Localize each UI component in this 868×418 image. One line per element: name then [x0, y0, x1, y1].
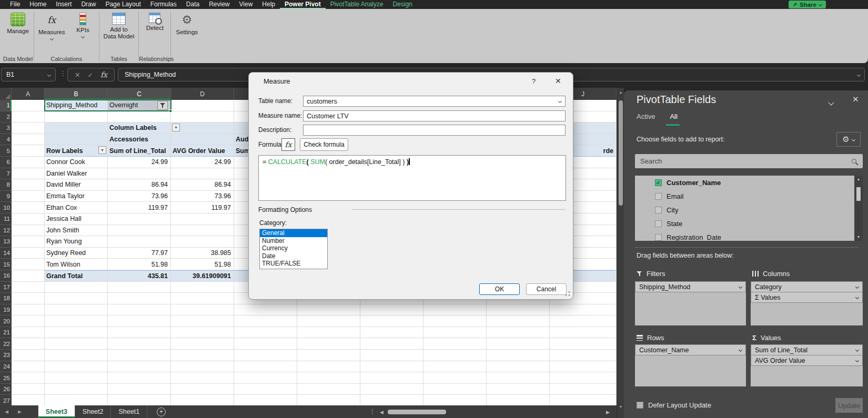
row-header-15[interactable]: 15: [0, 259, 12, 270]
cell[interactable]: [12, 225, 45, 237]
cell[interactable]: [108, 327, 171, 339]
row-header-7[interactable]: 7: [0, 168, 12, 180]
cell[interactable]: [171, 282, 234, 293]
cell-B9[interactable]: Emma Taylor: [45, 191, 108, 202]
cell[interactable]: [360, 315, 423, 327]
menu-tab-review[interactable]: Review: [204, 0, 234, 9]
menu-tab-design[interactable]: Design: [388, 0, 417, 9]
filters-area-box[interactable]: Shipping_Method: [635, 281, 746, 325]
cell[interactable]: [12, 372, 45, 384]
cell[interactable]: [171, 327, 234, 339]
cell[interactable]: [487, 327, 550, 339]
cell[interactable]: [12, 202, 45, 213]
cell[interactable]: [171, 168, 234, 180]
row-header-25[interactable]: 25: [0, 372, 12, 384]
cell[interactable]: [171, 372, 234, 384]
row-header-11[interactable]: 11: [0, 213, 12, 225]
category-option-number[interactable]: Number: [260, 237, 327, 245]
field-list-scrollbar-thumb[interactable]: [856, 187, 861, 201]
table-name-input[interactable]: customers: [303, 96, 566, 107]
row-header-14[interactable]: 14: [0, 248, 12, 259]
close-icon[interactable]: ✕: [852, 95, 859, 104]
cell[interactable]: [12, 350, 45, 361]
field-chip-shipping-method[interactable]: Shipping_Method: [635, 281, 746, 292]
cancel-button[interactable]: Cancel: [526, 283, 567, 295]
cell[interactable]: [171, 134, 234, 146]
cell[interactable]: [108, 111, 171, 123]
cell[interactable]: [171, 225, 234, 237]
cell-B10[interactable]: Ethan Cox: [45, 202, 108, 213]
column-header-b[interactable]: B: [45, 88, 108, 100]
defer-layout-checkbox[interactable]: [637, 402, 643, 409]
cell[interactable]: [297, 350, 360, 361]
row-header-10[interactable]: 10: [0, 202, 12, 213]
cell[interactable]: [423, 372, 487, 384]
cell[interactable]: [171, 384, 234, 395]
cell[interactable]: [12, 293, 45, 304]
cell[interactable]: [171, 395, 234, 406]
cell[interactable]: [108, 361, 171, 373]
cell[interactable]: [360, 361, 423, 373]
menu-tab-pivottable-analyze[interactable]: PivotTable Analyze: [326, 0, 388, 9]
field-item-city[interactable]: City: [655, 204, 678, 216]
row-header-21[interactable]: 21: [0, 327, 12, 339]
field-item-registration-date[interactable]: Registration_Date: [655, 231, 721, 241]
cell[interactable]: [171, 315, 234, 327]
row-header-13[interactable]: 13: [0, 236, 12, 248]
row-header-9[interactable]: 9: [0, 191, 12, 202]
cell[interactable]: [108, 338, 171, 350]
cell[interactable]: [171, 100, 234, 111]
unchecked-checkbox[interactable]: [655, 207, 662, 213]
cell[interactable]: [550, 338, 617, 350]
cell-D15[interactable]: 51.98: [171, 259, 234, 270]
field-item-email[interactable]: Email: [655, 190, 684, 202]
vertical-scrollbar[interactable]: ▲ ▼: [617, 88, 624, 418]
tab-splitter-handle[interactable]: ⋮: [369, 408, 376, 415]
cell-B12[interactable]: John Smith: [45, 225, 108, 237]
cell-C8[interactable]: 86.94: [108, 179, 171, 191]
row-header-12[interactable]: 12: [0, 225, 12, 237]
menu-tab-draw[interactable]: Draw: [76, 0, 100, 9]
cell[interactable]: [12, 145, 45, 157]
cell-C9[interactable]: 73.96: [108, 191, 171, 202]
close-icon[interactable]: ✕: [555, 77, 561, 85]
settings-button[interactable]: ⚙Settings: [175, 13, 198, 36]
cell[interactable]: [45, 350, 108, 361]
menu-tab-page-layout[interactable]: Page Layout: [100, 0, 145, 9]
detect-button[interactable]: Detect: [143, 13, 166, 32]
cell[interactable]: [45, 282, 108, 293]
cell[interactable]: [45, 111, 108, 123]
filter-funnel-button[interactable]: [157, 101, 168, 110]
formula-bar-handle[interactable]: ⋮: [59, 69, 66, 77]
cell[interactable]: [360, 304, 423, 316]
cell-C14[interactable]: 77.97: [108, 248, 171, 259]
cell[interactable]: [12, 304, 45, 316]
cancel-entry-icon[interactable]: ✕: [75, 71, 80, 79]
cell[interactable]: [297, 315, 360, 327]
resize-grip[interactable]: [564, 291, 570, 297]
cell[interactable]: [550, 372, 617, 384]
cell[interactable]: [12, 100, 45, 111]
category-option-date[interactable]: Date: [260, 252, 327, 260]
cell[interactable]: [12, 395, 45, 406]
field-chip-customer-name[interactable]: Customer_Name: [635, 344, 746, 355]
cell[interactable]: [45, 293, 108, 304]
cell[interactable]: [12, 179, 45, 191]
cell-B14[interactable]: Sydney Reed: [45, 248, 108, 259]
column-header-d[interactable]: D: [171, 88, 234, 100]
cell[interactable]: [234, 350, 297, 361]
vertical-scrollbar-thumb[interactable]: [619, 100, 623, 206]
cell[interactable]: [423, 338, 487, 350]
cell[interactable]: [171, 350, 234, 361]
row-header-19[interactable]: 19: [0, 304, 12, 316]
cell[interactable]: [108, 304, 171, 316]
category-option-general[interactable]: General: [260, 229, 327, 237]
cell[interactable]: [297, 327, 360, 339]
cell[interactable]: [487, 395, 550, 406]
cell-C15[interactable]: 51.98: [108, 259, 171, 270]
name-box[interactable]: B1: [1, 68, 56, 81]
scroll-up-icon[interactable]: ▲: [617, 90, 624, 95]
menu-tab-formulas[interactable]: Formulas: [146, 0, 181, 9]
measures-button[interactable]: fxMeasures: [38, 13, 65, 40]
cell[interactable]: [297, 372, 360, 384]
